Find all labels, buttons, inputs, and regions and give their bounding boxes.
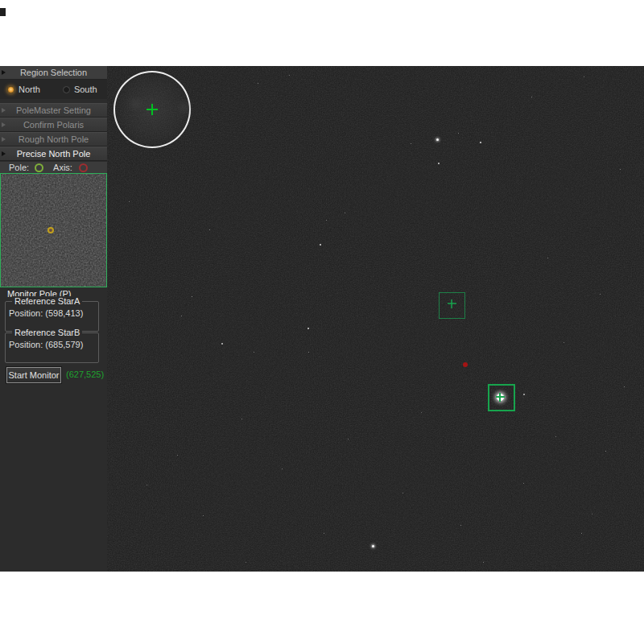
pole-ring-icon [35, 163, 43, 172]
reference-star-b-position: Position: (685,579) [9, 340, 83, 349]
star [345, 213, 345, 213]
reference-star-a-position: Position: (598,413) [9, 308, 83, 318]
expander-icon [2, 108, 6, 113]
sidebar: Region Selection North South PoleMaster … [0, 66, 107, 572]
star [258, 83, 258, 84]
radio-south-label: South [74, 85, 97, 94]
star [592, 514, 592, 514]
star [326, 220, 327, 221]
step-polemaster-setting[interactable]: PoleMaster Setting [0, 103, 107, 118]
star [289, 75, 290, 76]
star [581, 533, 582, 534]
star [254, 352, 254, 353]
pole-legend-label: Pole: [9, 163, 29, 172]
region-radio-group: North South [0, 80, 107, 99]
star [282, 469, 283, 469]
pole-axis-legend: Pole: Axis: [0, 162, 107, 173]
star [402, 493, 403, 493]
step-rough-north-pole[interactable]: Rough North Pole [0, 132, 107, 147]
faint-nebulosity [130, 100, 141, 108]
star [458, 133, 459, 134]
star [547, 258, 548, 258]
axis-ring-icon [79, 163, 88, 172]
reference-star-a-label: Reference StarA [12, 296, 82, 306]
star [421, 412, 422, 413]
region-selection-header[interactable]: Region Selection [0, 66, 107, 80]
reference-star-b-label: Reference StarB [12, 328, 82, 337]
star [129, 201, 130, 202]
star [320, 244, 321, 246]
pole-preview-image [0, 173, 107, 287]
axis-legend-label: Axis: [53, 163, 72, 172]
star [531, 97, 532, 97]
star [605, 451, 606, 452]
main-content: Region Selection North South PoleMaster … [0, 66, 644, 572]
star [411, 143, 411, 144]
bright-star [497, 394, 504, 401]
radio-selected-icon [7, 86, 14, 93]
star [246, 562, 246, 563]
pole-target-ring [47, 227, 54, 233]
star [624, 386, 625, 387]
star [308, 328, 309, 329]
star [177, 455, 178, 456]
step-confirm-polaris[interactable]: Confirm Polaris [0, 118, 107, 132]
star [372, 545, 374, 547]
star [324, 533, 324, 534]
star [181, 316, 182, 316]
window-edge-artifact [0, 8, 6, 16]
expander-icon [2, 137, 6, 142]
star [308, 352, 309, 353]
star [147, 485, 147, 485]
region-selection-label: Region Selection [20, 68, 87, 77]
step-label: Precise North Pole [17, 149, 91, 159]
star [436, 138, 439, 141]
star [584, 76, 584, 77]
star [564, 342, 564, 343]
radio-south[interactable]: South [63, 85, 97, 94]
star [483, 562, 484, 563]
expander-icon [2, 122, 6, 127]
star [192, 296, 192, 297]
star [600, 294, 601, 295]
star [523, 394, 525, 395]
faint-nebulosity [180, 103, 189, 112]
radio-north-label: North [19, 85, 40, 94]
star [203, 515, 204, 516]
star-selection-square [439, 292, 465, 319]
expander-icon [2, 151, 6, 156]
step-precise-north-pole[interactable]: Precise North Pole [0, 147, 107, 161]
star [620, 169, 621, 170]
star [555, 436, 556, 437]
star [221, 343, 223, 345]
star [523, 483, 524, 484]
step-label: Rough North Pole [19, 134, 89, 144]
expander-icon [2, 70, 6, 75]
live-pole-coordinates: (627,525) [66, 369, 104, 379]
star [460, 525, 461, 526]
star [480, 142, 481, 143]
star [348, 439, 349, 440]
star [209, 229, 210, 230]
star [438, 163, 440, 164]
camera-starfield-view[interactable] [107, 66, 644, 572]
radio-unselected-icon [63, 86, 70, 93]
axis-red-dot [463, 362, 468, 367]
radio-north[interactable]: North [7, 85, 40, 94]
star [242, 419, 242, 419]
app-window: Region Selection North South PoleMaster … [0, 0, 644, 644]
start-monitor-button[interactable]: Start Monitor [6, 367, 61, 383]
workflow-steps: PoleMaster Setting Confirm Polaris Rough… [0, 103, 107, 161]
reference-star-b-group: Reference StarB Position: (685,579) [5, 332, 99, 363]
step-label: PoleMaster Setting [16, 105, 91, 115]
step-label: Confirm Polaris [23, 120, 84, 130]
